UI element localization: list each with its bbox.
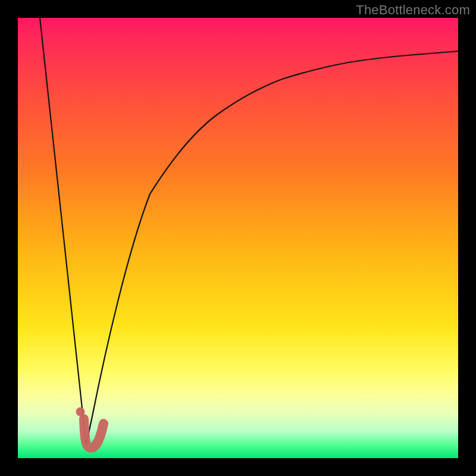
optimum-marker-dot xyxy=(76,408,85,416)
optimum-marker-hook xyxy=(84,419,104,448)
curve-left-branch xyxy=(40,18,86,445)
watermark-text: TheBottleneck.com xyxy=(356,2,470,18)
chart-svg xyxy=(18,18,458,458)
plot-area xyxy=(18,18,458,458)
curve-right-branch xyxy=(86,51,458,445)
chart-frame: TheBottleneck.com xyxy=(0,0,476,476)
